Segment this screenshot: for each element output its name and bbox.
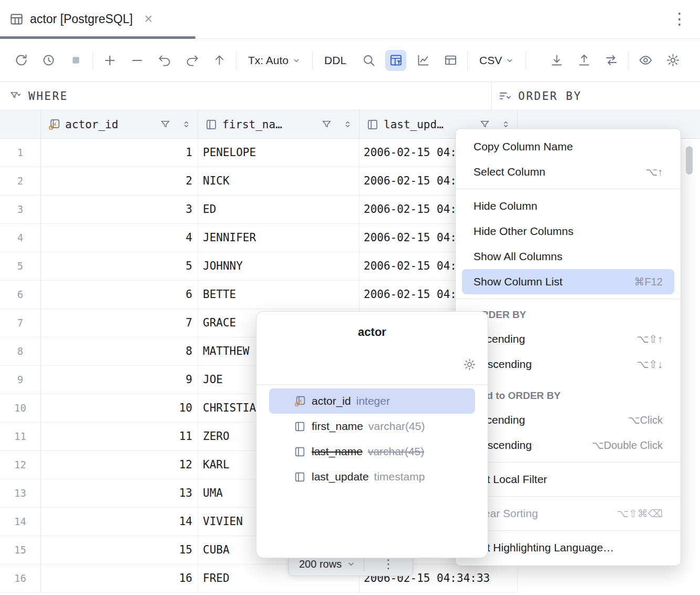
cell-actor-id[interactable]: 10 <box>41 394 198 423</box>
close-icon[interactable]: × <box>145 12 153 26</box>
column-filter-funnel-icon[interactable] <box>321 119 332 130</box>
order-by-field[interactable]: ORDER BY <box>498 82 582 110</box>
cell-actor-id[interactable]: 9 <box>41 366 198 394</box>
cell-actor-id[interactable]: 14 <box>41 508 198 536</box>
menu-item-set-highlighting-language[interactable]: Set Highlighting Language… <box>456 535 681 560</box>
kebab-menu-icon[interactable]: ⋮ <box>672 8 687 29</box>
cell-first-name[interactable]: BETTE <box>198 281 359 309</box>
cell-actor-id[interactable]: 8 <box>41 337 198 366</box>
menu-item-show-column-list[interactable]: Show Column List ⌘F12 <box>462 269 674 294</box>
submit-button[interactable] <box>209 50 230 71</box>
row-number: 16 <box>0 565 41 593</box>
menu-item-add-descending[interactable]: Descending ⌥Double Click <box>456 433 681 458</box>
menu-item-label: Hide Column <box>473 200 537 212</box>
menu-item-copy-column-name[interactable]: Copy Column Name <box>456 134 681 159</box>
menu-item-add-ascending[interactable]: Ascending ⌥Click <box>456 407 681 433</box>
cell-first-name[interactable]: PENELOPE <box>198 139 359 167</box>
column-header-label: first_name <box>222 118 283 131</box>
cell-actor-id[interactable]: 12 <box>41 451 198 479</box>
import-upload-button[interactable] <box>573 50 594 71</box>
delete-row-button[interactable] <box>127 50 148 71</box>
vertical-scrollbar-thumb[interactable] <box>686 146 693 175</box>
cell-first-name[interactable]: JENNIFER <box>198 224 359 252</box>
toolbar-separator <box>628 52 629 69</box>
filter-bar-divider <box>491 82 492 110</box>
cell-first-name[interactable]: NICK <box>198 167 359 196</box>
list-item-last-name[interactable]: last_name varchar(45) <box>269 439 475 464</box>
where-filter-field[interactable]: WHERE <box>9 82 68 110</box>
menu-item-set-local-filter[interactable]: Set Local Filter <box>456 467 681 492</box>
toolbar-separator <box>312 52 313 69</box>
menu-shortcut: ⌥⇧⌘⌫ <box>616 507 663 520</box>
column-filter-funnel-icon[interactable] <box>160 119 171 130</box>
cell-actor-id[interactable]: 13 <box>41 479 198 508</box>
revert-button[interactable] <box>181 50 202 71</box>
table-view-button[interactable] <box>440 50 461 71</box>
toolbar-separator <box>526 52 526 69</box>
menu-item-label: Show All Columns <box>473 250 562 263</box>
column-sort-icon[interactable] <box>181 119 191 129</box>
cell-first-name[interactable]: JOHNNY <box>198 252 359 281</box>
menu-item-sort-descending[interactable]: Descending ⌥⇧↓ <box>456 352 681 377</box>
cell-actor-id[interactable]: 4 <box>41 224 198 252</box>
chart-button[interactable] <box>413 50 434 71</box>
column-type: integer <box>356 395 390 407</box>
column-sort-icon[interactable] <box>343 119 353 129</box>
history-clock-button[interactable] <box>38 50 59 71</box>
list-item-first-name[interactable]: first_name varchar(45) <box>269 414 475 439</box>
ddl-button[interactable]: DDL <box>319 50 352 71</box>
cell-actor-id[interactable]: 1 <box>41 139 198 167</box>
menu-separator <box>456 299 681 299</box>
toolbar-separator <box>467 52 468 69</box>
tx-mode-dropdown[interactable]: Tx: Auto <box>243 50 306 71</box>
toggle-filters-button[interactable] <box>385 50 406 71</box>
row-number: 5 <box>0 252 41 281</box>
search-button[interactable] <box>358 50 379 71</box>
column-type: varchar(45) <box>368 420 425 433</box>
cell-first-name[interactable]: ED <box>198 196 359 224</box>
cell-actor-id[interactable]: 2 <box>41 167 198 196</box>
column-icon <box>293 445 306 458</box>
row-number: 10 <box>0 394 41 423</box>
compare-arrows-button[interactable] <box>601 50 622 71</box>
stop-button[interactable] <box>65 50 86 71</box>
header-gutter <box>0 110 41 138</box>
view-options-eye-button[interactable] <box>635 50 656 71</box>
tab-actor-postgresql[interactable]: actor [PostgreSQL] × <box>9 0 152 38</box>
column-type: timestamp <box>374 470 425 483</box>
row-number: 15 <box>0 536 41 565</box>
cell-actor-id[interactable]: 11 <box>41 423 198 451</box>
row-number: 9 <box>0 366 41 394</box>
export-download-button[interactable] <box>546 50 567 71</box>
popup-gear-icon[interactable] <box>463 358 476 371</box>
chevron-down-icon[interactable] <box>347 560 355 568</box>
cell-actor-id[interactable]: 6 <box>41 281 198 309</box>
rows-kebab-menu[interactable]: ⋮ <box>364 557 413 571</box>
menu-item-show-all-columns[interactable]: Show All Columns <box>456 244 681 269</box>
menu-item-select-column[interactable]: Select Column ⌥↑ <box>456 159 681 184</box>
column-list-popup: actor actor_id integer first_name <box>256 311 488 558</box>
list-item-actor-id[interactable]: actor_id integer <box>269 388 475 414</box>
refresh-button[interactable] <box>11 50 32 71</box>
menu-item-hide-other-columns[interactable]: Hide Other Columns <box>456 219 681 244</box>
list-item-last-update[interactable]: last_update timestamp <box>269 464 475 489</box>
menu-separator <box>456 189 681 189</box>
menu-item-hide-column[interactable]: Hide Column <box>456 193 681 219</box>
cell-actor-id[interactable]: 15 <box>41 536 198 565</box>
cell-actor-id[interactable]: 7 <box>41 309 198 337</box>
menu-item-clear-sorting[interactable]: Clear Sorting ⌥⇧⌘⌫ <box>456 501 681 526</box>
column-header-actor-id[interactable]: actor_id <box>41 110 198 138</box>
cell-actor-id[interactable]: 3 <box>41 196 198 224</box>
popup-title: actor <box>256 325 488 339</box>
cell-actor-id[interactable]: 16 <box>41 565 198 593</box>
menu-shortcut: ⌥⇧↑ <box>636 333 663 345</box>
rows-count-dropdown[interactable]: 200 rows <box>299 558 342 570</box>
export-format-dropdown[interactable]: CSV <box>474 50 519 71</box>
cell-actor-id[interactable]: 5 <box>41 252 198 281</box>
add-row-button[interactable] <box>99 50 120 71</box>
menu-item-sort-ascending[interactable]: Ascending ⌥⇧↑ <box>456 326 681 352</box>
settings-gear-button[interactable] <box>662 50 683 71</box>
column-header-first-name[interactable]: first_name <box>198 110 359 138</box>
undo-button[interactable] <box>154 50 175 71</box>
row-number: 2 <box>0 167 41 196</box>
